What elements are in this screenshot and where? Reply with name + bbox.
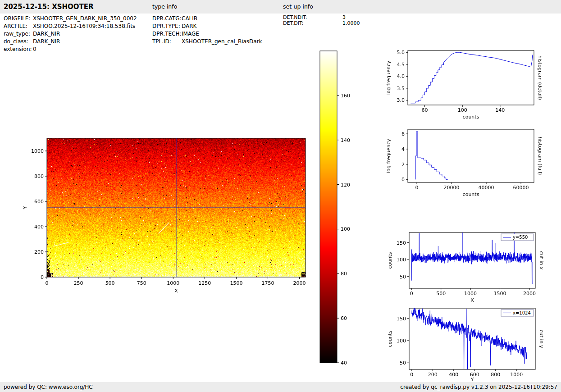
y-tick-label: 3.0 [397,97,405,103]
x-tick-label: 0 [46,280,49,286]
colorbar-frame [320,51,337,363]
cut_in_y-frame [409,308,535,369]
y-axis-label: counts [387,330,393,347]
footer-right-text: created by qc_rawdisp.py v1.2.3 on 2025-… [400,384,557,390]
x-tick-label: 0 [410,372,413,378]
x-tick-label: 1000 [464,291,477,296]
y-axis-label: log frequency [386,60,392,95]
right-label: histogram (full) [537,137,543,175]
colorbar-tick-label: 60 [341,315,347,321]
y-tick-label: 6 [401,131,405,137]
colorbar-tick-label: 100 [341,226,350,232]
y-tick-label: 800 [34,173,44,179]
y-tick-label: 150 [397,240,406,246]
y-tick-label: 100 [397,257,406,263]
x-tick-label: 0 [410,291,413,296]
histogram_detail-frame [408,50,534,105]
legend-label: x=1024 [513,310,531,315]
colorbar-tick-label: 40 [341,360,347,366]
x-tick-label: 400 [449,372,458,378]
colorbar-tick-label: 120 [341,182,350,188]
x-tick-label: 1500 [230,280,242,286]
colorbar-tick-label: 80 [341,271,347,277]
y-tick-label: 4.5 [397,62,405,68]
x-tick-label: 500 [105,280,115,286]
plots-overlay: 0250500750100012501500175020000200400600… [0,0,561,392]
y-tick-label: 50 [400,274,406,280]
y-tick-label: 50 [400,360,406,366]
x-tick-label: 40000 [479,185,494,191]
y-tick-label: 600 [34,199,44,205]
x-tick-label: 500 [436,291,446,296]
x-axis-label: counts [463,191,479,197]
y-tick-label: 400 [34,224,44,230]
legend-label: y=550 [513,235,528,240]
x-tick-label: 60 [422,107,428,113]
x-tick-label: 750 [137,280,146,286]
qc-report-page: 2025-12-15: XSHOOTER type info set-up in… [0,0,561,392]
footer-bar: powered by QC: www.eso.org/HC created by… [0,382,561,392]
x-axis-label: X [174,288,178,294]
y-tick-label: 200 [34,249,44,255]
y-axis-label: log frequency [386,139,392,173]
x-tick-label: 2000 [523,291,536,296]
histogram_full-frame [408,129,534,182]
y-tick-label: 0 [41,274,44,280]
x-axis-label: counts [463,114,479,120]
x-tick-label: 1500 [493,291,506,296]
x-tick-label: 20000 [444,185,460,191]
x-tick-label: 140 [495,107,505,113]
y-tick-label: 1000 [31,148,44,154]
y-tick-label: 4 [401,146,405,152]
y-axis-label: counts [387,252,393,269]
x-tick-label: 1000 [167,280,179,286]
y-tick-label: 4.0 [397,73,405,79]
y-tick-label: 150 [397,316,406,322]
y-axis-label: Y [22,206,28,210]
x-tick-label: 1250 [198,280,211,286]
right-label: histogram (detail) [537,55,543,100]
footer-left-text: powered by QC: www.eso.org/HC [4,384,93,390]
x-tick-label: 800 [491,372,500,378]
right-label: cut in x [538,251,544,270]
x-tick-label: 100 [458,107,467,113]
x-tick-label: 1750 [261,280,274,286]
colorbar-tick-label: 160 [341,93,350,99]
x-tick-label: 2000 [293,280,306,286]
right-label: cut in y [538,330,544,348]
colorbar-tick-label: 140 [341,137,350,143]
x-axis-label: X [470,297,474,303]
y-tick-label: 0 [401,177,405,182]
y-tick-label: 100 [397,338,406,344]
x-tick-label: 1000 [510,372,523,378]
y-tick-label: 3.5 [397,86,405,91]
x-tick-label: 250 [74,280,83,286]
y-tick-label: 2 [401,162,405,168]
x-tick-label: 0 [415,185,419,191]
x-tick-label: 200 [428,372,438,378]
y-tick-label: 5.0 [397,50,405,55]
x-tick-label: 60000 [513,185,529,191]
